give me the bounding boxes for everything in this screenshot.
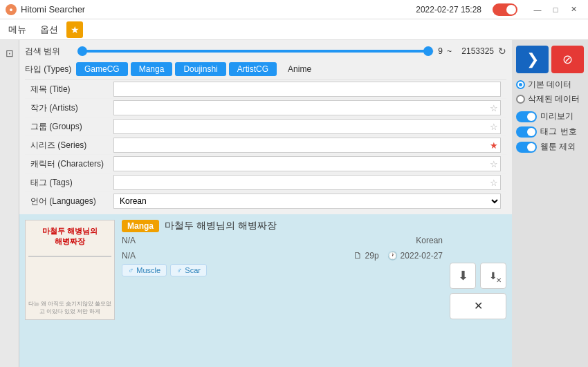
type-label: 타입 (Types) xyxy=(25,64,73,75)
type-btn-anime[interactable]: Anime xyxy=(279,62,320,76)
language-select[interactable]: Korean Japanese English Chinese All xyxy=(113,194,501,209)
range-label: 검색 범위 xyxy=(25,46,73,57)
language-label: 언어 (Languages) xyxy=(30,196,113,207)
date-value: 2022-02-27 xyxy=(401,251,443,261)
minimize-button[interactable]: — xyxy=(529,3,546,16)
title-input[interactable] xyxy=(113,82,501,97)
radio-deleted-label: 삭제된 데이터 xyxy=(528,93,580,105)
go-button[interactable]: ❯ xyxy=(516,46,549,73)
language-row: 언어 (Languages) Korean Japanese English C… xyxy=(25,191,506,210)
tag-gender-scar: ♂ xyxy=(176,266,182,274)
type-btn-artistcg[interactable]: ArtistCG xyxy=(229,62,277,76)
cancel-download-button[interactable]: ⬇✕ xyxy=(480,263,506,289)
tag-label-muscle: Muscle xyxy=(136,266,160,274)
range-thumb-left[interactable] xyxy=(77,46,87,56)
characters-input[interactable] xyxy=(113,156,501,171)
tag-gender-muscle: ♂ xyxy=(128,266,134,274)
artists-input-wrap: ☆ xyxy=(113,100,501,115)
toggle-webtoon[interactable] xyxy=(516,142,537,153)
tags-input[interactable] xyxy=(113,175,501,190)
result-remove-row: ✕ xyxy=(450,293,506,319)
type-row: 타입 (Types) GameCG Manga Doujinshi Artist… xyxy=(25,62,506,76)
series-input[interactable] xyxy=(113,138,501,153)
type-btn-gamecg[interactable]: GameCG xyxy=(76,62,128,76)
toggle-preview[interactable] xyxy=(516,111,537,122)
toggle-webtoon-label: 웰툰 제외 xyxy=(540,141,576,153)
tags-label: 태그 (Tags) xyxy=(30,177,113,189)
radio-deleted-data[interactable]: 삭제된 데이터 xyxy=(516,93,584,105)
page-count: 29p xyxy=(365,251,379,261)
tag-label-scar: Scar xyxy=(185,266,201,274)
result-meta-row1: N/A Korean xyxy=(122,234,443,247)
result-meta1-right: Korean xyxy=(416,236,443,245)
characters-row: 캐릭터 (Characters) ☆ xyxy=(25,154,506,173)
tag-row: ♂ Muscle ♂ Scar xyxy=(122,264,443,276)
sidebar-panel-icon[interactable]: ⊡ xyxy=(2,46,17,61)
toggle-webtoon-row: 웰툰 제외 xyxy=(516,141,584,153)
range-fill xyxy=(77,50,427,53)
app-title: Hitomi Searcher xyxy=(21,4,416,15)
result-thumbnail: 마철두 해병님의해병짜장 다는 왜 아직도 숨기지않았 쓸모없고 이있다 있었 … xyxy=(25,220,115,320)
artists-star-icon[interactable]: ☆ xyxy=(490,103,498,113)
stop-button[interactable]: ⊘ xyxy=(551,46,584,73)
artists-label: 작가 (Artists) xyxy=(30,102,113,114)
groups-input-wrap: ☆ xyxy=(113,119,501,134)
result-meta1-left: N/A xyxy=(122,236,136,245)
tags-input-wrap: ☆ xyxy=(113,175,501,190)
theme-toggle[interactable] xyxy=(493,3,517,16)
menu-item-options[interactable]: 옵션 xyxy=(35,21,64,38)
remove-button[interactable]: ✕ xyxy=(450,293,506,319)
datetime-display: 2022-02-27 15:28 xyxy=(416,5,481,15)
toggle-group: 미리보기 태그 번호 웰툰 제외 xyxy=(516,111,584,153)
tag-muscle: ♂ Muscle xyxy=(122,264,167,276)
groups-row: 그룹 (Groups) ☆ xyxy=(25,117,506,135)
main-container: ⊡ 검색 범위 9 ~ 2153325 ↻ xyxy=(0,40,588,367)
range-min-value: 9 xyxy=(438,46,443,56)
results-area: 마철두 해병님의해병짜장 다는 왜 아직도 숨기지않았 쓸모없고 이있다 있었 … xyxy=(19,214,512,367)
close-button[interactable]: ✕ xyxy=(564,3,582,16)
groups-input[interactable] xyxy=(113,119,501,134)
characters-label: 캐릭터 (Characters) xyxy=(30,158,113,170)
type-btn-manga[interactable]: Manga xyxy=(131,62,173,76)
toggle-tag-row: 태그 번호 xyxy=(516,126,584,138)
series-star-icon[interactable]: ★ xyxy=(490,140,498,151)
result-title-row: Manga 마철두 해병님의 해병짜장 xyxy=(122,220,443,232)
go-stop-buttons: ❯ ⊘ xyxy=(516,46,584,73)
favorites-button[interactable]: ★ xyxy=(66,21,83,38)
artists-input[interactable] xyxy=(113,100,501,115)
tags-star-icon[interactable]: ☆ xyxy=(490,178,498,188)
download-button[interactable]: ⬇ xyxy=(450,263,476,289)
groups-star-icon[interactable]: ☆ xyxy=(490,122,498,132)
result-info: Manga 마철두 해병님의 해병짜장 N/A Korean N/A 🗋 29p xyxy=(122,220,443,361)
toggle-preview-row: 미리보기 xyxy=(516,111,584,122)
characters-star-icon[interactable]: ☆ xyxy=(490,159,498,169)
date-info: 🕐 2022-02-27 xyxy=(387,251,443,261)
result-actions: ⬇ ⬇✕ ✕ xyxy=(450,220,506,361)
toggle-tag[interactable] xyxy=(516,126,537,138)
thumbnail-subtext: 다는 왜 아직도 숨기지않았 쓸모없고 이있다 있었 저만 하게 xyxy=(27,300,113,315)
maximize-button[interactable]: □ xyxy=(546,3,564,16)
titlebar: ● Hitomi Searcher 2022-02-27 15:28 — □ ✕ xyxy=(0,0,588,19)
type-btn-doujinshi[interactable]: Doujinshi xyxy=(175,62,226,76)
result-actions-row: ⬇ ⬇✕ xyxy=(450,263,506,289)
menu-item-menu[interactable]: 메뉴 xyxy=(3,21,32,38)
range-row: 검색 범위 9 ~ 2153325 ↻ xyxy=(25,44,506,58)
range-slider[interactable] xyxy=(77,44,434,58)
artists-row: 작가 (Artists) ☆ xyxy=(25,98,506,117)
refresh-icon[interactable]: ↻ xyxy=(498,46,506,57)
series-row: 시리즈 (Series) ★ xyxy=(25,135,506,154)
title-input-wrap xyxy=(113,82,501,97)
result-meta2-left: N/A xyxy=(122,251,136,261)
toggle-tag-label: 태그 xyxy=(540,126,557,138)
tags-row: 태그 (Tags) ☆ xyxy=(25,173,506,191)
clock-icon: 🕐 xyxy=(387,251,398,261)
page-info: 🗋 29p xyxy=(353,250,379,261)
result-title: 마철두 해병님의 해병짜장 xyxy=(165,220,277,232)
range-thumb-right[interactable] xyxy=(423,46,433,56)
app-icon: ● xyxy=(6,4,17,15)
range-max-value: 2153325 xyxy=(456,46,494,56)
radio-basic-data[interactable]: 기본 데이터 xyxy=(516,79,584,91)
radio-deleted-circle xyxy=(516,95,525,104)
characters-input-wrap: ☆ xyxy=(113,156,501,171)
result-card: 마철두 해병님의해병짜장 다는 왜 아직도 숨기지않았 쓸모없고 이있다 있었 … xyxy=(19,214,512,367)
